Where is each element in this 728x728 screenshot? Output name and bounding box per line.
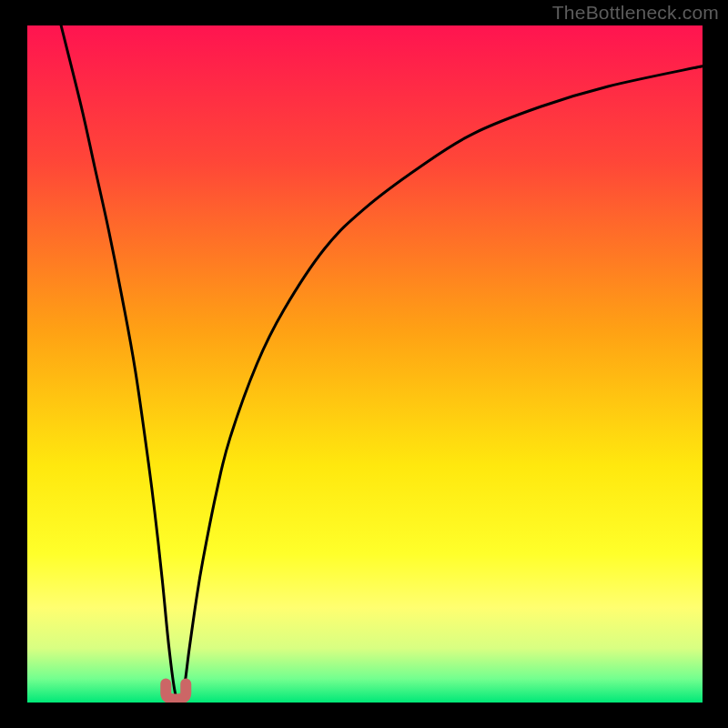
curve-layer	[27, 25, 703, 703]
bottleneck-curve	[61, 25, 703, 703]
plot-area	[27, 25, 703, 703]
watermark-text: TheBottleneck.com	[552, 2, 719, 24]
chart-frame: TheBottleneck.com	[0, 0, 728, 728]
